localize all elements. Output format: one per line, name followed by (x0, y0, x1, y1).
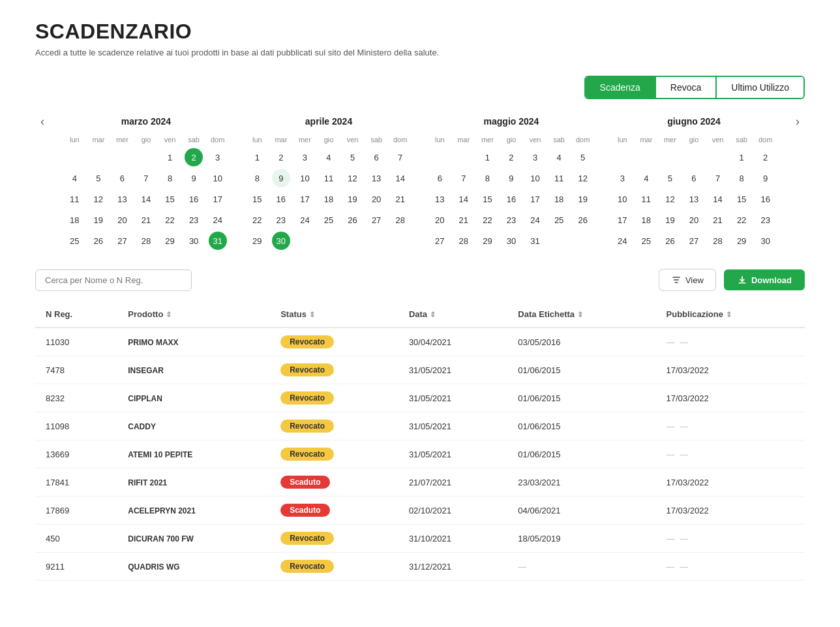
day-cell[interactable]: 9 (757, 169, 775, 187)
day-cell[interactable]: 14 (455, 190, 473, 208)
day-cell[interactable]: 15 (732, 190, 751, 208)
day-cell[interactable]: 20 (113, 211, 131, 229)
day-cell[interactable]: 25 (637, 232, 655, 250)
day-cell[interactable]: 16 (185, 190, 203, 208)
day-cell[interactable]: 16 (272, 190, 290, 208)
day-cell[interactable]: 18 (65, 211, 83, 229)
day-cell[interactable]: 26 (344, 211, 362, 229)
th-data-etichetta[interactable]: Data Etichetta⇕ (507, 301, 655, 328)
day-cell[interactable]: 24 (209, 211, 227, 229)
day-cell[interactable]: 24 (295, 211, 314, 229)
day-cell[interactable]: 12 (574, 169, 592, 187)
day-cell[interactable]: 21 (709, 211, 727, 229)
day-cell[interactable]: 4 (320, 148, 338, 166)
day-cell[interactable]: 3 (295, 148, 314, 166)
day-cell[interactable]: 1 (732, 148, 751, 166)
day-cell[interactable]: 25 (550, 211, 568, 229)
day-cell[interactable]: 27 (113, 232, 131, 250)
download-button[interactable]: Download (724, 269, 805, 290)
day-cell[interactable]: 13 (685, 190, 703, 208)
day-cell[interactable]: 23 (272, 211, 290, 229)
day-cell[interactable]: 7 (455, 169, 473, 187)
day-cell[interactable]: 9 (185, 169, 203, 187)
day-cell[interactable]: 28 (455, 232, 473, 250)
day-cell[interactable]: 29 (478, 232, 496, 250)
day-cell[interactable]: 27 (430, 232, 449, 250)
day-cell[interactable]: 30 (757, 232, 775, 250)
day-cell[interactable]: 19 (661, 211, 679, 229)
day-cell[interactable]: 28 (709, 232, 727, 250)
day-cell[interactable]: 28 (137, 232, 155, 250)
day-cell[interactable]: 13 (113, 190, 131, 208)
day-cell[interactable]: 14 (391, 169, 410, 187)
day-cell[interactable]: 17 (613, 211, 631, 229)
day-cell[interactable]: 22 (161, 211, 179, 229)
day-cell[interactable]: 25 (320, 211, 338, 229)
th-prodotto[interactable]: Prodotto⇕ (117, 301, 270, 328)
day-cell[interactable]: 9 (272, 169, 290, 187)
day-cell[interactable]: 30 (185, 232, 203, 250)
day-cell[interactable]: 14 (137, 190, 155, 208)
day-cell[interactable]: 5 (661, 169, 679, 187)
day-cell[interactable]: 8 (732, 169, 751, 187)
day-cell[interactable]: 24 (613, 232, 631, 250)
day-cell[interactable]: 31 (209, 232, 227, 250)
day-cell[interactable]: 16 (502, 190, 520, 208)
day-cell[interactable]: 19 (344, 190, 362, 208)
day-cell[interactable]: 30 (272, 232, 290, 250)
day-cell[interactable]: 16 (757, 190, 775, 208)
day-cell[interactable]: 20 (367, 190, 385, 208)
day-cell[interactable]: 4 (550, 148, 568, 166)
day-cell[interactable]: 11 (637, 190, 655, 208)
day-cell[interactable]: 22 (732, 211, 751, 229)
tab-scadenza[interactable]: Scadenza (586, 77, 656, 98)
day-cell[interactable]: 31 (526, 232, 545, 250)
day-cell[interactable]: 6 (367, 148, 385, 166)
day-cell[interactable]: 12 (89, 190, 108, 208)
day-cell[interactable]: 1 (478, 148, 496, 166)
day-cell[interactable]: 22 (478, 211, 496, 229)
day-cell[interactable]: 27 (685, 232, 703, 250)
th-pubblicazione[interactable]: Pubblicazione⇕ (656, 301, 805, 328)
day-cell[interactable]: 11 (320, 169, 338, 187)
day-cell[interactable]: 6 (430, 169, 449, 187)
day-cell[interactable]: 5 (89, 169, 108, 187)
day-cell[interactable]: 24 (526, 211, 545, 229)
day-cell[interactable]: 5 (574, 148, 592, 166)
day-cell[interactable]: 15 (478, 190, 496, 208)
day-cell[interactable]: 10 (209, 169, 227, 187)
day-cell[interactable]: 25 (65, 232, 83, 250)
day-cell[interactable]: 2 (502, 148, 520, 166)
day-cell[interactable]: 23 (502, 211, 520, 229)
th-status[interactable]: Status⇕ (270, 301, 398, 328)
day-cell[interactable]: 12 (344, 169, 362, 187)
day-cell[interactable]: 23 (757, 211, 775, 229)
day-cell[interactable]: 17 (526, 190, 545, 208)
day-cell[interactable]: 2 (272, 148, 290, 166)
day-cell[interactable]: 28 (391, 211, 410, 229)
day-cell[interactable]: 12 (661, 190, 679, 208)
day-cell[interactable]: 4 (637, 169, 655, 187)
day-cell[interactable]: 19 (89, 211, 108, 229)
day-cell[interactable]: 7 (137, 169, 155, 187)
day-cell[interactable]: 29 (248, 232, 266, 250)
tab-ultimo-utilizzo[interactable]: Ultimo Utilizzo (717, 77, 803, 98)
day-cell[interactable]: 20 (685, 211, 703, 229)
day-cell[interactable]: 14 (709, 190, 727, 208)
day-cell[interactable]: 4 (65, 169, 83, 187)
day-cell[interactable]: 9 (502, 169, 520, 187)
day-cell[interactable]: 18 (637, 211, 655, 229)
day-cell[interactable]: 2 (185, 148, 203, 166)
day-cell[interactable]: 10 (526, 169, 545, 187)
day-cell[interactable]: 18 (550, 190, 568, 208)
day-cell[interactable]: 21 (137, 211, 155, 229)
day-cell[interactable]: 26 (661, 232, 679, 250)
day-cell[interactable]: 18 (320, 190, 338, 208)
day-cell[interactable]: 27 (367, 211, 385, 229)
day-cell[interactable]: 30 (502, 232, 520, 250)
search-input[interactable] (35, 269, 192, 291)
day-cell[interactable]: 10 (295, 169, 314, 187)
day-cell[interactable]: 11 (550, 169, 568, 187)
day-cell[interactable]: 7 (391, 148, 410, 166)
day-cell[interactable]: 26 (574, 211, 592, 229)
